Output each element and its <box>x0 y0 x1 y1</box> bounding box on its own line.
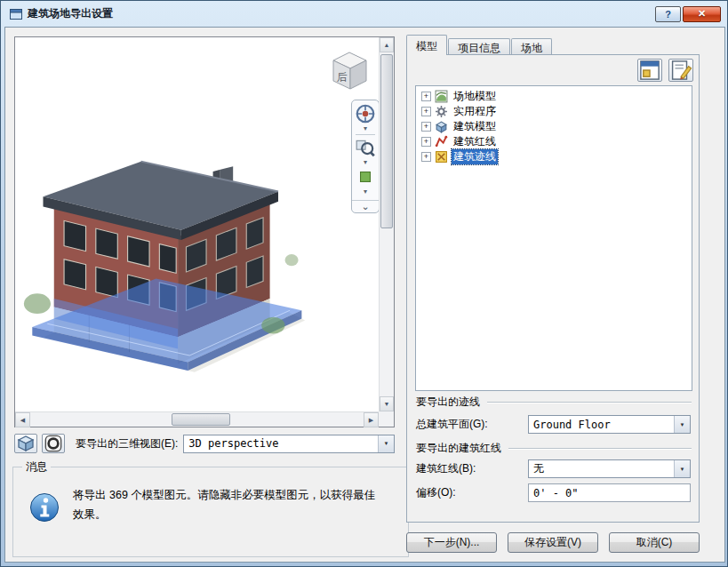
view-selector-value: 3D perspective <box>184 437 378 450</box>
pencil-icon <box>669 59 692 82</box>
section-divider <box>508 448 692 450</box>
axonometric-cube-icon <box>15 433 36 454</box>
gross-plan-value: Ground Floor <box>529 419 674 431</box>
section-title-text: 要导出的建筑红线 <box>416 441 501 456</box>
dialog-body: 后 ▾ ▾ ▾ ⌄ ▲ ▼ <box>4 27 725 563</box>
scroll-up-icon[interactable]: ▲ <box>380 37 394 52</box>
tab-strip: 模型 项目信息 场地 <box>406 35 553 55</box>
property-line-section-title: 要导出的建筑红线 <box>416 441 692 456</box>
chevron-down-icon[interactable]: ▼ <box>378 435 394 452</box>
category-tree[interactable]: + 场地模型 + 实用程序 + <box>415 85 692 391</box>
scroll-down-icon[interactable]: ▼ <box>380 396 394 411</box>
perspective-view-button[interactable] <box>42 434 65 453</box>
site-model-icon <box>435 90 448 103</box>
view-selector-label: 要导出的三维视图(E): <box>76 436 178 451</box>
expand-plus-icon[interactable]: + <box>421 122 431 132</box>
tree-item-label: 建筑迹线 <box>452 149 498 164</box>
chevron-down-icon[interactable]: ▼ <box>674 460 690 477</box>
tree-item-label: 建筑红线 <box>452 134 498 149</box>
navbar-collapse-chevron-icon[interactable]: ⌄ <box>352 200 379 212</box>
save-settings-button[interactable]: 保存设置(V) <box>508 532 598 553</box>
navigation-bar: ▾ ▾ ▾ ⌄ <box>351 100 380 213</box>
property-line-row: 建筑红线(B): 无 ▼ <box>416 459 691 478</box>
tab-model[interactable]: 模型 <box>406 35 447 55</box>
next-button[interactable]: 下一步(N)... <box>406 532 497 553</box>
section-title-text: 要导出的迹线 <box>416 395 480 410</box>
info-icon <box>29 492 60 523</box>
tab-site[interactable]: 场地 <box>511 38 552 55</box>
property-line-label: 建筑红线(B): <box>416 461 528 476</box>
tree-item-label: 实用程序 <box>452 104 498 119</box>
viewcube[interactable]: 后 <box>324 44 374 94</box>
model-tab-panel: + 场地模型 + 实用程序 + <box>406 54 700 523</box>
window-title: 建筑场地导出设置 <box>28 6 651 21</box>
view-selector-combobox[interactable]: 3D perspective ▼ <box>183 435 395 453</box>
vertical-scrollbar[interactable]: ▲ ▼ <box>379 37 394 411</box>
footprint-section-title: 要导出的迹线 <box>416 395 692 410</box>
view-selector-row: 要导出的三维视图(E): 3D perspective ▼ <box>14 434 395 453</box>
cancel-button[interactable]: 取消(C) <box>609 532 700 553</box>
tree-item-building-model[interactable]: + 建筑模型 <box>418 119 690 134</box>
tree-item-utilities[interactable]: + 实用程序 <box>418 104 690 119</box>
viewcube-face-label: 后 <box>337 71 348 84</box>
categories-icon <box>638 59 661 82</box>
vertical-scroll-thumb[interactable] <box>380 54 393 228</box>
offset-row: 偏移(O): <box>416 483 691 502</box>
help-button[interactable]: ? <box>655 6 681 22</box>
property-line-combobox[interactable]: 无 ▼ <box>528 459 691 478</box>
select-categories-button[interactable] <box>637 59 662 82</box>
expand-plus-icon[interactable]: + <box>421 137 431 147</box>
footprint-icon <box>435 150 448 164</box>
tab-project-info[interactable]: 项目信息 <box>448 38 510 55</box>
edit-categories-button[interactable] <box>668 59 693 82</box>
zoom-menu-arrow-icon[interactable]: ▾ <box>364 158 367 166</box>
horizontal-scroll-thumb[interactable] <box>172 413 230 426</box>
tree-item-label: 建筑模型 <box>452 119 498 134</box>
scroll-left-icon[interactable]: ◀ <box>15 412 30 427</box>
titlebar[interactable]: 建筑场地导出设置 ? ✕ <box>4 1 724 27</box>
section-divider <box>487 402 692 403</box>
message-group-title: 消息 <box>22 459 51 475</box>
utilities-icon <box>435 105 448 118</box>
tree-item-site-model[interactable]: + 场地模型 <box>418 89 690 104</box>
expand-plus-icon[interactable]: + <box>421 92 431 101</box>
window-icon <box>9 7 23 21</box>
offset-input[interactable] <box>528 483 691 502</box>
gross-plan-row: 总建筑平面(G): Ground Floor ▼ <box>416 415 691 434</box>
gross-plan-label: 总建筑平面(G): <box>416 417 528 432</box>
zoom-region-icon[interactable] <box>355 137 376 158</box>
navbar-divider <box>356 134 375 135</box>
gross-plan-combobox[interactable]: Ground Floor ▼ <box>528 415 691 434</box>
scroll-right-icon[interactable]: ▶ <box>364 412 379 427</box>
orbit-menu-arrow-icon[interactable]: ▾ <box>364 188 367 196</box>
building-model-image <box>22 123 307 389</box>
message-text: 将导出 369 个模型图元。请隐藏非必要模型图元，以获得最佳效果。 <box>73 485 386 524</box>
orbit-icon[interactable] <box>355 166 376 188</box>
offset-label: 偏移(O): <box>416 485 528 500</box>
tree-item-footprint[interactable]: + 建筑迹线 <box>418 149 690 164</box>
expand-plus-icon[interactable]: + <box>421 152 431 162</box>
export-site-settings-dialog: 建筑场地导出设置 ? ✕ <box>0 0 728 567</box>
message-group: 消息 将导出 369 个模型图元。请隐藏非必要模型图元，以获得最佳效果。 <box>12 459 409 557</box>
chevron-down-icon[interactable]: ▼ <box>674 416 690 433</box>
building-model-icon <box>435 120 448 133</box>
camera-lens-icon <box>43 433 64 454</box>
property-line-icon <box>435 135 448 148</box>
horizontal-scrollbar[interactable]: ◀ ▶ <box>15 411 379 427</box>
steering-wheel-menu-arrow-icon[interactable]: ▾ <box>364 124 367 132</box>
3d-preview-viewport[interactable]: 后 ▾ ▾ ▾ ⌄ ▲ ▼ <box>14 36 395 427</box>
tree-toolbar <box>637 59 693 82</box>
steering-wheel-icon[interactable] <box>355 103 376 124</box>
footer-buttons: 下一步(N)... 保存设置(V) 取消(C) <box>406 532 700 553</box>
tree-item-property-line[interactable]: + 建筑红线 <box>418 134 690 149</box>
close-button[interactable]: ✕ <box>683 6 721 22</box>
property-line-value: 无 <box>529 461 674 476</box>
expand-plus-icon[interactable]: + <box>421 107 431 116</box>
tree-item-label: 场地模型 <box>452 89 498 104</box>
axonometric-view-button[interactable] <box>14 434 37 453</box>
scrollbar-corner <box>379 411 394 427</box>
